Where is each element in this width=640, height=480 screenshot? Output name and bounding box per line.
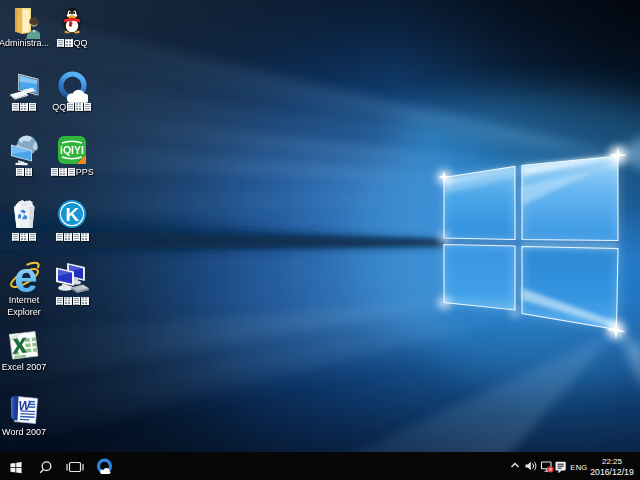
svg-text:K: K xyxy=(66,204,80,225)
svg-text:e: e xyxy=(14,261,37,297)
svg-text:iQIYI: iQIYI xyxy=(60,144,84,156)
